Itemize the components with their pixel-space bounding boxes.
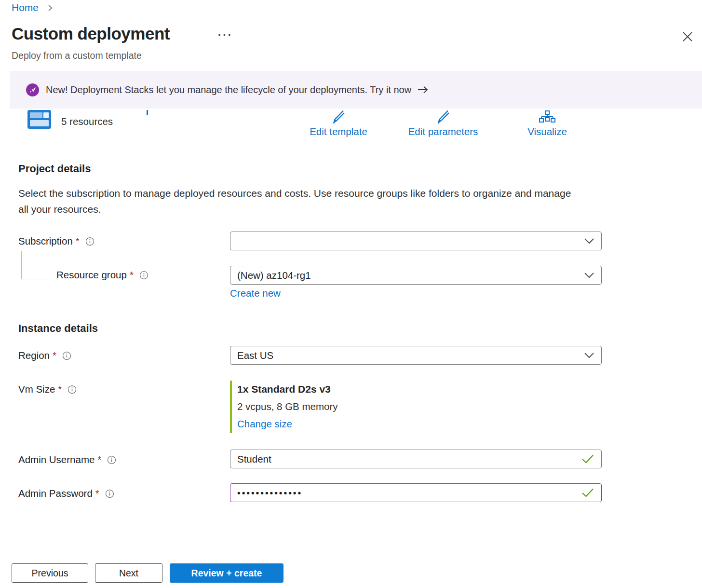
region-value: East US: [237, 350, 584, 361]
edit-template-label: Edit template: [310, 126, 367, 137]
region-label-row: Region *: [18, 350, 71, 361]
admin-password-label: Admin Password: [18, 488, 93, 499]
review-create-button[interactable]: Review + create: [170, 563, 284, 583]
admin-password-label-row: Admin Password *: [18, 488, 114, 499]
rocket-icon: [26, 83, 39, 96]
text-cursor: [147, 110, 148, 115]
info-icon[interactable]: [105, 489, 114, 498]
resource-group-dropdown[interactable]: (New) az104-rg1: [230, 266, 602, 285]
admin-username-label: Admin Username: [18, 454, 94, 465]
vm-size-label: Vm Size: [18, 383, 55, 395]
page-subtitle: Deploy from a custom template: [12, 50, 142, 61]
next-button[interactable]: Next: [95, 563, 162, 583]
resource-group-value: (New) az104-rg1: [237, 270, 584, 281]
project-details-heading: Project details: [18, 163, 91, 175]
pencil-icon: [329, 109, 348, 125]
change-size-link[interactable]: Change size: [237, 418, 292, 430]
vm-size-value: 1x Standard D2s v3: [237, 383, 331, 395]
info-icon[interactable]: [85, 237, 94, 246]
deployment-stacks-banner[interactable]: New! Deployment Stacks let you manage th…: [10, 71, 702, 109]
instance-details-heading: Instance details: [18, 322, 98, 335]
region-label: Region: [18, 350, 50, 361]
hierarchy-icon: [539, 110, 556, 125]
required-asterisk: *: [76, 236, 80, 247]
previous-button[interactable]: Previous: [12, 563, 88, 583]
pencil-icon: [434, 109, 452, 125]
required-asterisk: *: [58, 384, 62, 395]
required-asterisk: *: [53, 350, 56, 361]
info-icon[interactable]: [62, 351, 71, 360]
admin-username-value: Student: [237, 453, 581, 465]
custom-deployment-page: Home Custom deployment ··· Deploy from a…: [0, 0, 702, 588]
arrow-right-icon: [417, 85, 429, 94]
chevron-down-icon: [584, 238, 594, 244]
vm-size-label-row: Vm Size *: [18, 383, 77, 395]
breadcrumb: Home: [12, 2, 54, 14]
more-options-button[interactable]: ···: [218, 29, 233, 41]
banner-text: New! Deployment Stacks let you manage th…: [46, 84, 411, 96]
info-icon[interactable]: [68, 385, 77, 394]
vm-size-specs: 2 vcpus, 8 GB memory: [237, 401, 338, 412]
check-icon: [581, 488, 594, 498]
edit-parameters-button[interactable]: Edit parameters: [390, 109, 496, 137]
create-new-link[interactable]: Create new: [230, 287, 281, 299]
admin-username-label-row: Admin Username *: [18, 454, 116, 465]
info-icon[interactable]: [107, 455, 116, 465]
vm-size-accent-bar: [230, 381, 232, 433]
chevron-right-icon: [47, 4, 54, 12]
close-icon[interactable]: [682, 31, 693, 42]
admin-password-input[interactable]: ••••••••••••••: [230, 483, 602, 502]
visualize-label: Visualize: [527, 126, 567, 137]
subscription-label: Subscription: [18, 235, 73, 247]
page-title: Custom deployment: [12, 24, 170, 43]
subscription-dropdown[interactable]: [230, 232, 602, 250]
required-asterisk: *: [95, 488, 99, 499]
chevron-down-icon: [584, 272, 594, 278]
hierarchy-connector: [21, 251, 22, 279]
edit-template-button[interactable]: Edit template: [285, 109, 392, 137]
project-details-description: Select the subscription to manage deploy…: [18, 185, 573, 217]
resources-count: 5 resources: [61, 116, 113, 127]
resource-group-label-row: Resource group *: [56, 269, 148, 281]
info-icon[interactable]: [139, 271, 148, 280]
chevron-down-icon: [584, 352, 594, 358]
required-asterisk: *: [130, 270, 134, 281]
visualize-button[interactable]: Visualize: [494, 110, 600, 137]
required-asterisk: *: [97, 454, 101, 465]
hierarchy-connector: [21, 279, 51, 279]
breadcrumb-home-link[interactable]: Home: [12, 2, 39, 14]
check-icon: [581, 454, 594, 464]
admin-username-input[interactable]: Student: [230, 450, 602, 468]
resource-group-label: Resource group: [56, 269, 127, 281]
edit-parameters-label: Edit parameters: [408, 126, 478, 137]
admin-password-value: ••••••••••••••: [237, 488, 581, 498]
subscription-label-row: Subscription *: [18, 235, 94, 247]
region-dropdown[interactable]: East US: [230, 346, 602, 365]
template-icon: [27, 110, 51, 129]
